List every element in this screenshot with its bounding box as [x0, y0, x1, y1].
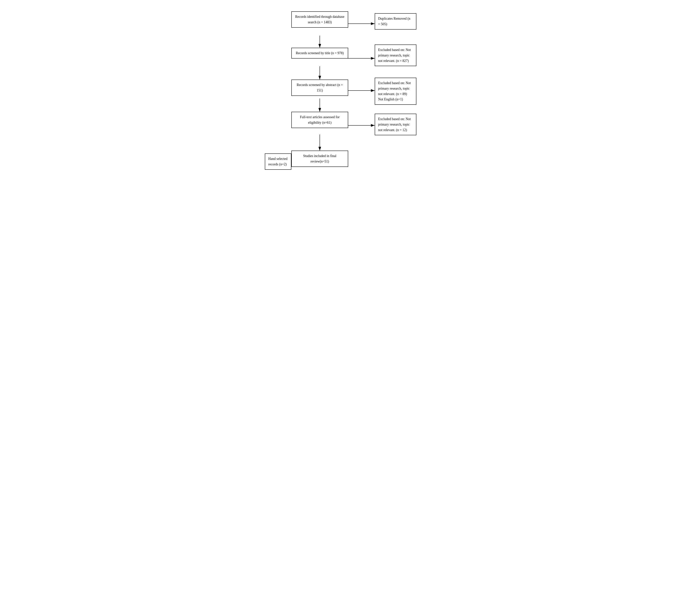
box1-text: Records identified through database sear…: [295, 15, 344, 24]
box-duplicates-removed: Duplicates Removed (n = 505): [375, 13, 416, 29]
box-records-identified: Records identified through database sear…: [291, 12, 348, 28]
box3-text: Records screened by title (n = 978): [296, 51, 344, 55]
box4-text: Excluded based on: Not primary research,…: [378, 48, 411, 63]
box5-text: Records screened by abstract (n = 151): [297, 83, 343, 92]
box-excluded-abstract: Excluded based on: Not primary research,…: [375, 78, 416, 105]
box-screened-abstract: Records screened by abstract (n = 151): [291, 80, 348, 96]
box7-text: Full-text articles assessed for eligibil…: [300, 115, 339, 125]
box-excluded-fulltext: Excluded based on: Not primary research,…: [375, 114, 416, 135]
box-excluded-title: Excluded based on: Not primary research,…: [375, 45, 416, 66]
box8-text: Excluded based on: Not primary research,…: [378, 117, 411, 132]
box-screened-title: Records screened by title (n = 978): [291, 48, 348, 59]
box9-text: Hand selected records (n=2): [268, 157, 287, 166]
box6-text: Excluded based on: Not primary research,…: [378, 81, 411, 101]
box2-text: Duplicates Removed (n = 505): [378, 17, 410, 26]
box-fulltext-assessed: Full-text articles assessed for eligibil…: [291, 112, 348, 128]
box-included-final: Studies included in final review(n=51): [291, 151, 348, 167]
flowchart-container: Records identified through database sear…: [265, 7, 420, 178]
box-hand-selected: Hand selected records (n=2): [265, 153, 291, 170]
box10-text: Studies included in final review(n=51): [303, 154, 336, 163]
